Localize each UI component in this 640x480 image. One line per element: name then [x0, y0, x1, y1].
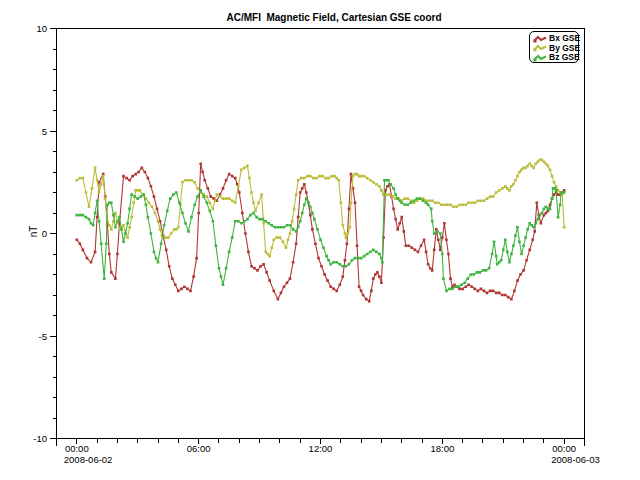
- svg-text:00:00: 00:00: [65, 443, 89, 454]
- legend-label-bz: Bz GSE: [549, 53, 580, 63]
- legend-box: Bx GSE By GSE Bz GSE: [529, 31, 579, 63]
- svg-text:2008-06-03: 2008-06-03: [551, 454, 600, 465]
- svg-text:00:00: 00:00: [552, 443, 576, 454]
- axes: [50, 29, 585, 446]
- bx-line-swatch-icon: [533, 35, 547, 43]
- svg-text:-10: -10: [33, 433, 47, 444]
- svg-text:0: 0: [42, 228, 47, 239]
- svg-text:10: 10: [36, 23, 47, 34]
- svg-text:5: 5: [42, 126, 47, 137]
- svg-text:12:00: 12:00: [309, 443, 333, 454]
- svg-text:-5: -5: [39, 331, 47, 342]
- plot-svg: 00:002008-06-0206:0012:0018:0000:002008-…: [0, 0, 640, 480]
- magnetic-field-chart: AC/MFI Magnetic Field, Cartesian GSE coo…: [0, 0, 640, 480]
- by-line-swatch-icon: [533, 44, 547, 52]
- series-by-gse: [76, 158, 566, 257]
- svg-text:18:00: 18:00: [430, 443, 454, 454]
- svg-text:06:00: 06:00: [187, 443, 211, 454]
- bz-line-swatch-icon: [533, 54, 547, 62]
- svg-text:2008-06-02: 2008-06-02: [64, 454, 113, 465]
- series-bx-gse: [76, 163, 566, 303]
- legend-entry-bz: Bz GSE: [533, 53, 578, 63]
